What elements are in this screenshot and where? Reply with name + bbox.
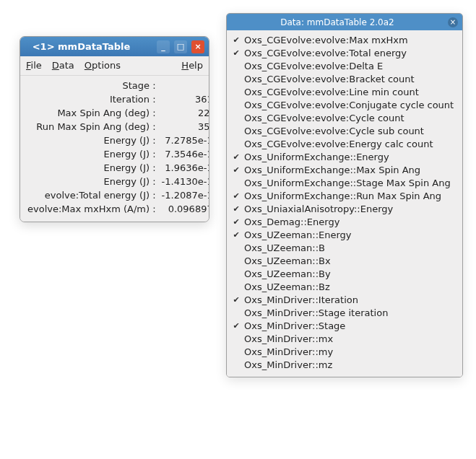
row-value: -1.2087e-15 xyxy=(159,188,209,202)
list-item[interactable]: Oxs_CGEvolve:evolve:Delta E xyxy=(231,59,458,72)
list-item-label: Oxs_CGEvolve:evolve:Conjugate cycle coun… xyxy=(244,100,454,110)
data-columns-title: Data: mmDataTable 2.0a2 xyxy=(227,17,448,27)
list-item[interactable]: ✔Oxs_CGEvolve:evolve:Total energy xyxy=(231,46,458,59)
close-icon[interactable]: × xyxy=(448,17,458,27)
list-item[interactable]: Oxs_CGEvolve:evolve:Cycle sub count xyxy=(231,124,458,137)
row-value: 35.5 xyxy=(159,120,209,134)
list-item-label: Oxs_UZeeman::Bz xyxy=(244,281,330,292)
list-item-label: Oxs_MinDriver::my xyxy=(244,346,333,357)
data-columns-titlebar[interactable]: Data: mmDataTable 2.0a2 × xyxy=(227,14,462,30)
list-item[interactable]: Oxs_UZeeman::B xyxy=(231,241,458,254)
window-buttons: _ □ × xyxy=(157,40,209,53)
minimize-button[interactable]: _ xyxy=(157,40,170,53)
list-item[interactable]: Oxs_UZeeman::Bx xyxy=(231,254,458,267)
list-item-label: Oxs_MinDriver::mx xyxy=(244,333,333,344)
list-item[interactable]: ✔Oxs_UZeeman::Energy xyxy=(231,228,458,241)
list-item[interactable]: ✔Oxs_MinDriver::Stage xyxy=(231,319,458,332)
row-label: evolve:Total energy (J) : xyxy=(25,188,159,202)
list-item-label: Oxs_UniformExchange::Max Spin Ang xyxy=(244,165,420,175)
data-columns-window: Data: mmDataTable 2.0a2 × ✔Oxs_CGEvolve:… xyxy=(226,13,463,377)
row-value: 7.2785e-18 xyxy=(159,134,209,147)
table-row: evolve:Max mxHxm (A/m) :0.0968979 xyxy=(25,202,209,216)
list-item-label: Oxs_UZeeman::By xyxy=(244,268,331,279)
list-item-label: Oxs_CGEvolve:evolve:Delta E xyxy=(244,61,383,71)
list-item[interactable]: Oxs_CGEvolve:evolve:Conjugate cycle coun… xyxy=(231,98,458,111)
data-columns-body: ✔Oxs_CGEvolve:evolve:Max mxHxm✔Oxs_CGEvo… xyxy=(227,30,462,377)
list-item-label: Oxs_CGEvolve:evolve:Energy calc count xyxy=(244,139,433,149)
mmdatatable-titlebar[interactable]: <1> mmDataTable _ □ × xyxy=(20,37,209,56)
list-item-label: Oxs_UniaxialAnisotropy::Energy xyxy=(244,204,393,214)
list-item[interactable]: Oxs_UniformExchange::Stage Max Spin Ang xyxy=(231,176,458,189)
checkmark-icon: ✔ xyxy=(231,204,241,214)
list-item-label: Oxs_CGEvolve:evolve:Cycle count xyxy=(244,113,404,123)
table-row: evolve:Total energy (J) :-1.2087e-15 xyxy=(25,188,209,202)
maximize-button[interactable]: □ xyxy=(174,40,187,53)
menu-help-rest: elp xyxy=(189,60,203,71)
list-item[interactable]: ✔Oxs_UniformExchange::Max Spin Ang xyxy=(231,163,458,176)
list-item[interactable]: Oxs_CGEvolve:evolve:Bracket count xyxy=(231,72,458,85)
list-item-label: Oxs_UZeeman::Bx xyxy=(244,255,331,266)
row-label: Energy (J) : xyxy=(25,161,159,175)
list-item[interactable]: Oxs_UZeeman::By xyxy=(231,267,458,280)
list-item[interactable]: ✔Oxs_CGEvolve:evolve:Max mxHxm xyxy=(231,33,458,46)
list-item[interactable]: ✔Oxs_MinDriver::Iteration xyxy=(231,293,458,306)
list-item-label: Oxs_Demag::Energy xyxy=(244,217,339,227)
row-value: 3610 xyxy=(159,92,209,106)
list-item[interactable]: ✔Oxs_UniformExchange::Energy xyxy=(231,150,458,163)
list-item-label: Oxs_UniformExchange::Energy xyxy=(244,152,389,162)
list-item[interactable]: ✔Oxs_UniaxialAnisotropy::Energy xyxy=(231,202,458,215)
window-title: <1> mmDataTable xyxy=(20,41,157,52)
row-label: Energy (J) : xyxy=(25,134,159,147)
list-item[interactable]: Oxs_CGEvolve:evolve:Energy calc count xyxy=(231,137,458,150)
row-label: Stage : xyxy=(25,79,159,92)
column-list: ✔Oxs_CGEvolve:evolve:Max mxHxm✔Oxs_CGEvo… xyxy=(231,33,458,371)
row-value: 7.3546e-19 xyxy=(159,147,209,161)
list-item[interactable]: Oxs_UZeeman::Bz xyxy=(231,280,458,293)
data-table: Stage :8Iteration :3610Max Spin Ang (deg… xyxy=(25,79,209,216)
row-value: 22.2 xyxy=(159,106,209,120)
menu-file[interactable]: File xyxy=(26,60,42,71)
table-row: Energy (J) :1.9636e-16 xyxy=(25,161,209,175)
list-item-label: Oxs_MinDriver::Stage xyxy=(244,320,345,331)
list-item[interactable]: Oxs_MinDriver::Stage iteration xyxy=(231,306,458,319)
close-button[interactable]: × xyxy=(191,40,204,53)
list-item-label: Oxs_CGEvolve:evolve:Cycle sub count xyxy=(244,126,424,136)
row-value: -1.4130e-15 xyxy=(159,175,209,188)
table-row: Iteration :3610 xyxy=(25,92,209,106)
menu-file-rest: ile xyxy=(31,60,42,71)
checkmark-icon: ✔ xyxy=(231,230,241,240)
table-row: Energy (J) :7.2785e-18 xyxy=(25,134,209,147)
mmdatatable-window: <1> mmDataTable _ □ × File Data Options … xyxy=(20,36,209,222)
list-item-label: Oxs_CGEvolve:evolve:Bracket count xyxy=(244,74,415,84)
list-item[interactable]: Oxs_MinDriver::mx xyxy=(231,332,458,345)
table-row: Stage :8 xyxy=(25,79,209,92)
list-item-label: Oxs_MinDriver::Iteration xyxy=(244,294,358,305)
list-item[interactable]: Oxs_MinDriver::mz xyxy=(231,358,458,371)
list-item[interactable]: Oxs_CGEvolve:evolve:Line min count xyxy=(231,85,458,98)
list-item-label: Oxs_MinDriver::Stage iteration xyxy=(244,307,388,318)
menubar: File Data Options Help xyxy=(20,56,209,76)
list-item-label: Oxs_CGEvolve:evolve:Max mxHxm xyxy=(244,35,408,45)
list-item-label: Oxs_UniformExchange::Stage Max Spin Ang xyxy=(244,178,451,188)
row-label: Run Max Spin Ang (deg) : xyxy=(25,120,159,134)
list-item[interactable]: ✔Oxs_Demag::Energy xyxy=(231,215,458,228)
checkmark-icon: ✔ xyxy=(231,165,241,175)
checkmark-icon: ✔ xyxy=(231,295,241,305)
list-item-label: Oxs_CGEvolve:evolve:Total energy xyxy=(244,48,407,58)
checkmark-icon: ✔ xyxy=(231,152,241,162)
menu-data[interactable]: Data xyxy=(52,60,74,71)
checkmark-icon: ✔ xyxy=(231,48,241,58)
row-label: evolve:Max mxHxm (A/m) : xyxy=(25,202,159,216)
list-item-label: Oxs_UniformExchange::Run Max Spin Ang xyxy=(244,191,441,201)
list-item-label: Oxs_UZeeman::B xyxy=(244,242,325,253)
list-item[interactable]: Oxs_MinDriver::my xyxy=(231,345,458,358)
menu-data-rest: ata xyxy=(59,60,74,71)
list-item[interactable]: Oxs_CGEvolve:evolve:Cycle count xyxy=(231,111,458,124)
menu-help[interactable]: Help xyxy=(181,60,203,71)
list-item[interactable]: ✔Oxs_UniformExchange::Run Max Spin Ang xyxy=(231,189,458,202)
menu-options[interactable]: Options xyxy=(85,60,121,71)
checkmark-icon: ✔ xyxy=(231,35,241,45)
table-row: Max Spin Ang (deg) :22.2 xyxy=(25,106,209,120)
list-item-label: Oxs_CGEvolve:evolve:Line min count xyxy=(244,87,419,97)
row-label: Energy (J) : xyxy=(25,147,159,161)
